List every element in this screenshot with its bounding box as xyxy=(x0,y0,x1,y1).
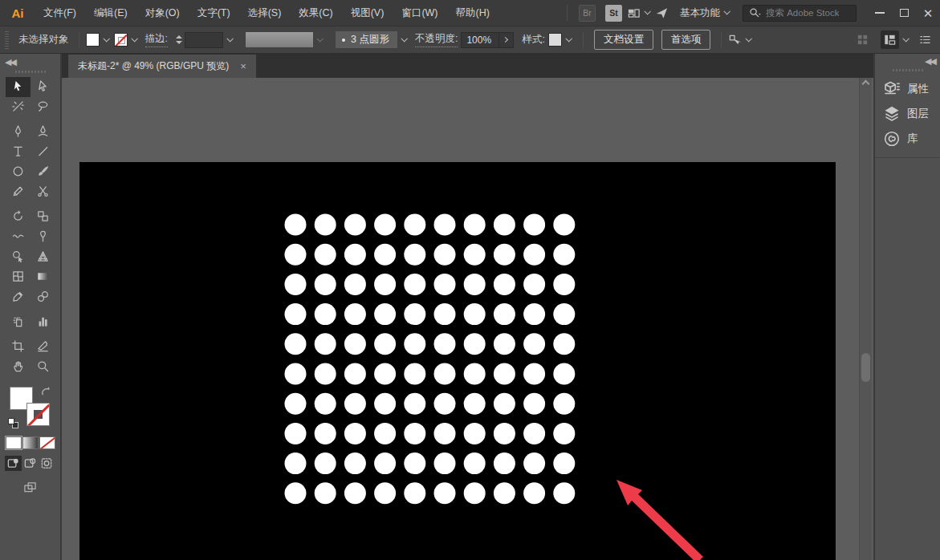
fill-chevron-icon[interactable] xyxy=(103,35,109,42)
divider xyxy=(721,32,722,48)
tool-direct-selection[interactable] xyxy=(31,77,55,97)
draw-inside-button[interactable] xyxy=(39,456,55,471)
tool-scissors[interactable] xyxy=(31,182,55,202)
menu-item-6[interactable]: 视图(V) xyxy=(343,0,393,26)
control-panel-menu-icon[interactable] xyxy=(918,33,932,47)
preferences-button[interactable]: 首选项 xyxy=(661,30,711,50)
stock-button[interactable]: St xyxy=(605,5,622,22)
menu-item-0[interactable]: 文件(F) xyxy=(35,0,84,26)
tools-grip[interactable] xyxy=(15,71,46,73)
gradient-button[interactable] xyxy=(22,436,39,449)
menu-item-3[interactable]: 文字(T) xyxy=(189,0,238,26)
swap-fill-stroke-icon[interactable] xyxy=(39,385,53,399)
tool-rotate[interactable] xyxy=(6,207,31,227)
menu-item-4[interactable]: 选择(S) xyxy=(240,0,290,26)
select-similar-icon[interactable] xyxy=(728,33,742,47)
tool-perspective-grid[interactable] xyxy=(31,247,55,267)
menu-item-2[interactable]: 对象(O) xyxy=(137,0,188,26)
style-swatch[interactable] xyxy=(548,33,562,47)
tool-slice[interactable] xyxy=(31,337,55,357)
minimize-button[interactable] xyxy=(868,2,892,23)
stroke-weight-chevron-icon[interactable] xyxy=(226,35,233,42)
width-profile-dropdown[interactable] xyxy=(246,32,313,47)
tool-shape-builder[interactable] xyxy=(6,247,31,267)
canvas[interactable] xyxy=(62,78,873,560)
draw-normal-button[interactable] xyxy=(5,456,22,471)
style-chevron-icon[interactable] xyxy=(565,35,572,42)
document-tab-title: 未标题-2* @ 49% (RGB/GPU 预览) xyxy=(78,59,229,73)
tool-mesh[interactable] xyxy=(6,267,31,287)
dot-grid-artwork[interactable] xyxy=(79,162,836,560)
stroke-swatch[interactable] xyxy=(26,403,50,426)
close-button[interactable]: ✕ xyxy=(916,2,940,23)
default-fill-stroke-icon[interactable] xyxy=(8,418,18,428)
dock-item-libraries[interactable]: 库 xyxy=(883,130,940,148)
tool-puppet-warp[interactable] xyxy=(31,227,55,247)
panel-dock-chevron-icon[interactable] xyxy=(902,35,909,42)
scrollbar-thumb[interactable] xyxy=(861,353,870,382)
menu-item-8[interactable]: 帮助(H) xyxy=(448,0,498,26)
controlbar-grip[interactable] xyxy=(5,31,9,49)
opacity-field[interactable]: 100% xyxy=(461,32,499,48)
arrange-documents-icon[interactable] xyxy=(627,6,641,20)
stroke-chevron-icon[interactable] xyxy=(131,35,137,42)
menu-item-1[interactable]: 编辑(E) xyxy=(86,0,136,26)
color-button[interactable] xyxy=(6,436,22,449)
share-icon[interactable] xyxy=(655,6,669,20)
draw-behind-button[interactable] xyxy=(22,456,39,471)
tool-lasso[interactable] xyxy=(31,97,55,117)
collapse-tools-icon[interactable]: ◀◀ xyxy=(5,57,15,67)
tool-magic-wand[interactable] xyxy=(6,97,31,117)
tool-selection[interactable] xyxy=(6,77,31,97)
stroke-weight-field[interactable] xyxy=(185,32,223,48)
tool-pen[interactable] xyxy=(6,122,31,142)
stroke-weight-stepper[interactable] xyxy=(176,35,182,44)
bridge-button[interactable]: Br xyxy=(579,5,596,22)
dock-item-properties[interactable]: 属性 xyxy=(883,80,940,98)
stroke-weight-label[interactable]: 描边: xyxy=(145,32,168,47)
dock-grip[interactable] xyxy=(893,69,923,71)
opacity-label[interactable]: 不透明度: xyxy=(415,32,458,47)
tool-artboard[interactable] xyxy=(6,337,31,357)
artboard-tool-icon xyxy=(11,339,25,355)
maximize-button[interactable] xyxy=(892,2,916,23)
menu-item-7[interactable]: 窗口(W) xyxy=(393,0,446,26)
screen-mode-button[interactable] xyxy=(23,481,37,494)
opacity-expand-button[interactable] xyxy=(499,32,514,48)
tab-close-icon[interactable]: × xyxy=(240,60,246,72)
tool-column-graph[interactable] xyxy=(31,312,55,332)
tool-width[interactable] xyxy=(6,227,31,247)
perspective-grid-tool-icon xyxy=(36,250,50,266)
stroke-color-swatch[interactable] xyxy=(114,33,128,47)
document-setup-button[interactable]: 文档设置 xyxy=(594,30,653,50)
tool-pencil[interactable] xyxy=(6,182,31,202)
menu-item-5[interactable]: 效果(C) xyxy=(291,0,340,26)
brush-definition-dropdown[interactable]: 3 点圆形 xyxy=(336,31,397,48)
tool-zoom[interactable] xyxy=(31,357,55,377)
artboard[interactable] xyxy=(79,162,836,560)
tool-ellipse[interactable] xyxy=(6,162,31,182)
dock-item-layers[interactable]: 图层 xyxy=(883,105,940,123)
scroll-up-icon[interactable] xyxy=(862,80,870,88)
select-similar-chevron-icon[interactable] xyxy=(746,35,752,42)
tool-symbol-sprayer[interactable] xyxy=(6,312,31,332)
tool-hand[interactable] xyxy=(6,357,31,377)
tool-line-segment[interactable] xyxy=(31,142,55,162)
vertical-scrollbar[interactable] xyxy=(859,78,872,560)
panel-dock-button[interactable] xyxy=(881,30,899,49)
arrange-documents-chevron-icon[interactable] xyxy=(644,8,650,14)
workspace-switcher[interactable]: 基本功能 xyxy=(680,6,735,20)
collapse-dock-icon[interactable]: ◀◀ xyxy=(925,56,935,67)
document-tab[interactable]: 未标题-2* @ 49% (RGB/GPU 预览) × xyxy=(68,55,256,78)
tool-gradient[interactable] xyxy=(31,267,55,287)
fill-color-swatch[interactable] xyxy=(86,33,100,47)
tool-scale[interactable] xyxy=(31,207,55,227)
brush-chevron-icon[interactable] xyxy=(401,35,407,42)
tool-eyedropper[interactable] xyxy=(6,287,31,307)
none-button[interactable] xyxy=(39,436,55,449)
tool-blend[interactable] xyxy=(31,287,55,307)
tool-paintbrush[interactable] xyxy=(31,162,55,182)
adobe-stock-search-input[interactable]: 搜索 Adobe Stock xyxy=(743,5,857,22)
tool-curvature[interactable] xyxy=(31,122,55,142)
tool-type[interactable] xyxy=(6,142,31,162)
